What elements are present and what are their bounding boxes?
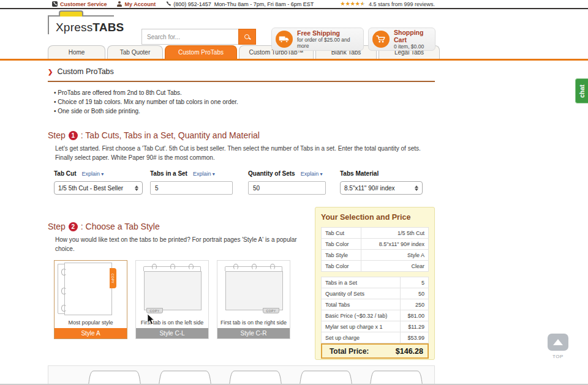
tabs-in-set-explain-link[interactable]: Explain (193, 171, 215, 177)
cart-sub: 0 item, $0.00 (394, 43, 429, 50)
tabs-in-set-label: Tabs in a Set (150, 170, 187, 177)
scroll-top-control[interactable]: TOP (548, 334, 568, 359)
tabs-material-select[interactable]: 8.5"x11" 90# index (340, 181, 423, 195)
style-cr-diagram: COPY (217, 261, 290, 318)
tab-style-cards: COPY Most popular style Style A COPY (54, 260, 307, 339)
quantity-explain-link[interactable]: Explain (301, 171, 323, 177)
bullet-item: One side or Both side printing. (54, 107, 435, 116)
nav-tab-tab-quoter[interactable]: Tab Quoter (107, 45, 163, 59)
my-account-link[interactable]: My Account (117, 1, 156, 7)
table-row: Total Tabs250 (322, 299, 429, 310)
price-table: Tabs in a Set5 Quantity of Sets50 Total … (321, 277, 429, 343)
rating-text: 4.5 stars from 999 reviews. (369, 1, 435, 7)
tab-cut-label: Tab Cut (54, 170, 76, 177)
tab-shapes-graphic (48, 366, 435, 385)
free-shipping-title: Free Shipping (297, 29, 357, 37)
table-row: Tab StyleStyle A (322, 250, 429, 261)
free-shipping-badge: Free Shipping for order of $25.00 and mo… (271, 28, 364, 51)
style-cr-caption: First tab is on the right side (217, 318, 290, 328)
chat-button[interactable]: chat (575, 78, 588, 103)
search-button[interactable] (238, 29, 256, 45)
table-row: Mylar set up charge x 1$11.29 (322, 321, 429, 332)
phone-square-icon (52, 1, 58, 7)
step2-description: How you would like text on the tabs to b… (55, 236, 307, 253)
quantity-of-sets-input[interactable] (248, 181, 326, 195)
style-a-caption: Most popular style (55, 318, 127, 328)
customer-service-link[interactable]: Customer Service (52, 1, 107, 7)
step2-number-badge: 2 (69, 222, 78, 231)
nav-accent-rule (0, 59, 588, 61)
my-account-label: My Account (125, 1, 156, 7)
nav-tab-custom-protabs[interactable]: Custom ProTabs (165, 45, 237, 59)
style-a-name: Style A (55, 328, 127, 338)
phone-number: (800) 952-1457 (173, 1, 211, 7)
tabs-material-label: Tabs Material (340, 170, 379, 177)
spec-table: Tab Cut1/5 5th Cut Tab Color8.5"x11" 90#… (321, 227, 429, 272)
phone-hours: (800) 952-1457 Mon-Thu 8am - 7pm, Fri 8a… (165, 1, 314, 7)
table-row: Set up charge$53.99 (322, 332, 429, 343)
table-row: Basic Price (~$0.32 / tab)$81.00 (322, 310, 429, 321)
step1-number-badge: 1 (69, 131, 78, 140)
chevron-right-icon: ❯ (48, 69, 53, 75)
cart-icon (372, 31, 390, 48)
style-cr-name: Style C-R (217, 328, 290, 338)
style-cl-caption: First tab is on the left side (136, 318, 208, 328)
rating: ★★★★★ ★★★★★ 4.5 stars from 999 reviews. (341, 1, 435, 7)
free-shipping-sub: for order of $25.00 and more (297, 37, 357, 49)
step2-heading: Step 2 : Choose a Tab Style (48, 222, 307, 231)
logo-folder-tab-icon (59, 10, 83, 17)
step1-heading: Step 1 : Tab Cuts, Tabs in a Set, Quanti… (48, 130, 435, 140)
style-cl-name: Style C-L (136, 328, 208, 338)
main-content: ❯ Custom ProTabs ProTabs are offered fro… (48, 67, 435, 385)
panel-title: Your Selection and Price (321, 213, 429, 222)
style-a-orange-tab: COPY (110, 268, 116, 288)
logo-text-bold: TABS (92, 21, 124, 34)
top-utility-bar: Customer Service My Account (800) 952-14… (0, 0, 588, 9)
logo[interactable]: XpressTABS (48, 15, 114, 34)
table-row: Tab Cut1/5 5th Cut (322, 228, 429, 239)
bullet-item: ProTabs are offered from 2nd to 8th Cut … (54, 88, 435, 97)
person-icon (117, 1, 123, 7)
hours-text: Mon-Thu 8am - 7pm, Fri 8am - 6pm EST (214, 1, 314, 7)
customer-service-label: Customer Service (60, 1, 107, 7)
scroll-top-button[interactable] (548, 334, 568, 351)
step1-description: Let's get started. First choose a 'Tab C… (55, 144, 434, 162)
site-header: XpressTABS Free Shipping for order of $2… (0, 9, 588, 45)
quantity-of-sets-label: Quantity of Sets (248, 170, 295, 177)
selection-price-panel: Your Selection and Price Tab Cut1/5 5th … (315, 207, 435, 360)
table-row: Tabs in a Set5 (322, 277, 429, 288)
total-price-value: $146.28 (376, 347, 428, 356)
chat-label: chat (578, 84, 586, 98)
truck-icon (276, 31, 293, 48)
table-row: Tab ColorClear (322, 261, 429, 272)
tab-cut-explain-link[interactable]: Explain (81, 171, 104, 177)
tab-cut-select[interactable]: 1/5 5th Cut - Best Seller (54, 181, 143, 195)
select-stepper-icon (415, 185, 418, 191)
search-icon (244, 34, 250, 40)
page-title: ❯ Custom ProTabs (48, 67, 435, 82)
star-rating-icon: ★★★★★ ★★★★★ (341, 1, 365, 7)
cart-title: Shopping Cart (394, 29, 429, 43)
total-price-row: Total Price: $146.28 (321, 343, 429, 359)
table-row: Quantity of Sets50 (322, 288, 429, 299)
nav-tab-home[interactable]: Home (48, 45, 105, 59)
style-cl-card[interactable]: COPY First tab is on the left side Style… (135, 260, 209, 339)
bullet-item: Choice of 19 tab colors. Mix any number … (54, 97, 435, 107)
style-cr-card[interactable]: COPY First tab is on the right side Styl… (217, 260, 290, 339)
tabs-in-set-input[interactable] (150, 181, 233, 195)
logo-text-light: Xpress (56, 21, 92, 34)
table-row: Tab Color8.5"x11" 90# index (322, 239, 429, 250)
feature-bullets: ProTabs are offered from 2nd to 8th Cut … (54, 88, 435, 116)
handset-icon (165, 1, 171, 7)
style-cl-diagram: COPY (136, 261, 208, 318)
total-price-label: Total Price: (322, 347, 376, 356)
shopping-cart-button[interactable]: Shopping Cart 0 item, $0.00 (368, 28, 435, 51)
scroll-top-label: TOP (548, 354, 568, 359)
tab-set-preview (48, 365, 435, 385)
up-arrow-icon (553, 339, 563, 345)
step1-form: Tab Cut Explain 1/5 5th Cut - Best Selle… (54, 170, 435, 195)
style-a-card[interactable]: COPY Most popular style Style A (54, 260, 127, 339)
search-input[interactable] (141, 29, 238, 45)
search-bar (141, 29, 256, 45)
style-a-diagram: COPY (55, 261, 127, 318)
